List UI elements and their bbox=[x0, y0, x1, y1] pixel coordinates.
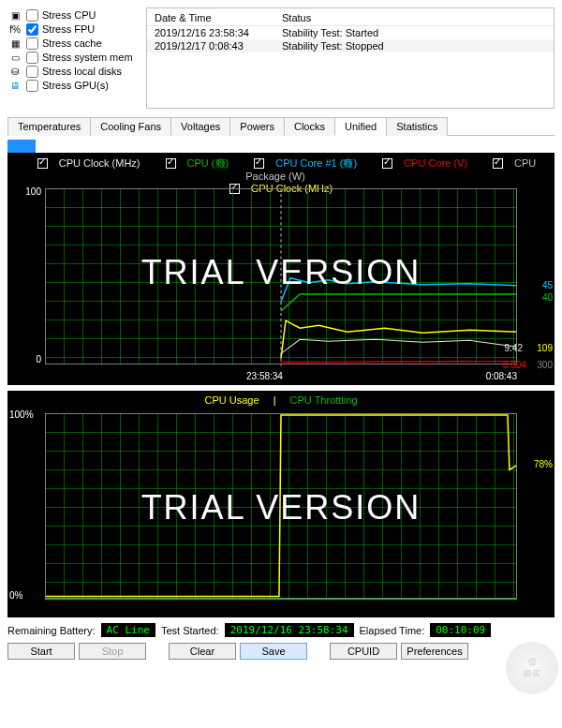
stress-options-panel: ▣Stress CPU f%Stress FPU ▦Stress cache ▭… bbox=[7, 7, 139, 109]
stress-cpu-checkbox[interactable] bbox=[26, 9, 38, 22]
tab-powers[interactable]: Powers bbox=[229, 117, 285, 136]
preferences-button[interactable]: Preferences bbox=[401, 643, 468, 660]
selection-strip bbox=[7, 140, 36, 153]
mem-icon: ▭ bbox=[7, 51, 22, 64]
tab-temperatures[interactable]: Temperatures bbox=[7, 117, 91, 136]
stress-cache-label: Stress cache bbox=[42, 37, 102, 49]
tab-voltages[interactable]: Voltages bbox=[170, 117, 230, 136]
start-button[interactable]: Start bbox=[7, 643, 75, 660]
clear-button[interactable]: Clear bbox=[169, 643, 236, 660]
stress-gpu-label: Stress GPU(s) bbox=[42, 80, 109, 91]
started-label: Test Started: bbox=[161, 625, 219, 636]
sensor-tabs: Temperatures Cooling Fans Voltages Power… bbox=[7, 116, 555, 136]
disk-icon: ⛁ bbox=[7, 65, 22, 78]
stress-gpu-checkbox[interactable] bbox=[26, 80, 38, 92]
gpu-icon: 🖥 bbox=[7, 79, 22, 92]
tab-cooling-fans[interactable]: Cooling Fans bbox=[90, 117, 171, 136]
stress-mem-checkbox[interactable] bbox=[26, 52, 38, 64]
site-watermark-icon: 值得买 bbox=[506, 642, 558, 694]
stress-mem-label: Stress system mem bbox=[42, 52, 133, 63]
tab-clocks[interactable]: Clocks bbox=[284, 117, 335, 136]
log-row[interactable]: 2019/12/17 0:08:43 Stability Test: Stopp… bbox=[147, 39, 554, 52]
started-value: 2019/12/16 23:58:34 bbox=[225, 623, 354, 637]
status-bar: Remaining Battery: AC Line Test Started:… bbox=[7, 623, 555, 637]
stress-disks-label: Stress local disks bbox=[42, 66, 122, 77]
stop-button: Stop bbox=[79, 643, 146, 660]
save-button[interactable]: Save bbox=[240, 643, 307, 660]
stress-fpu-label: Stress FPU bbox=[42, 23, 95, 35]
stress-cpu-label: Stress CPU bbox=[42, 9, 96, 21]
fpu-icon: f% bbox=[7, 22, 22, 36]
chart2-legend: CPU Usage | CPU Throttling bbox=[7, 391, 555, 408]
battery-value: AC Line bbox=[101, 623, 155, 637]
button-bar: Start Stop Clear Save CPUID Preferences bbox=[7, 643, 555, 660]
event-log: Date & Time Status 2019/12/16 23:58:34 S… bbox=[146, 7, 555, 109]
usage-throttling-chart[interactable]: CPU Usage | CPU Throttling TRIAL VERSION… bbox=[7, 391, 555, 617]
tab-statistics[interactable]: Statistics bbox=[386, 117, 448, 136]
stress-fpu-checkbox[interactable] bbox=[26, 23, 38, 36]
stress-cache-checkbox[interactable] bbox=[26, 37, 38, 50]
watermark: TRIAL VERSION bbox=[7, 253, 555, 292]
unified-chart[interactable]: CPU Clock (MHz) CPU (癥) CPU Core #1 (癥) … bbox=[7, 153, 555, 385]
watermark: TRIAL VERSION bbox=[7, 488, 555, 527]
cpu-icon: ▣ bbox=[7, 8, 22, 22]
log-header-status: Status bbox=[282, 12, 546, 23]
cpuid-button[interactable]: CPUID bbox=[330, 643, 397, 660]
log-row[interactable]: 2019/12/16 23:58:34 Stability Test: Star… bbox=[147, 26, 554, 39]
elapsed-value: 00:10:09 bbox=[430, 623, 491, 637]
log-header-datetime: Date & Time bbox=[155, 12, 282, 23]
battery-label: Remaining Battery: bbox=[7, 625, 96, 636]
tab-unified[interactable]: Unified bbox=[334, 117, 387, 136]
elapsed-label: Elapsed Time: bbox=[360, 625, 425, 636]
stress-disks-checkbox[interactable] bbox=[26, 66, 38, 78]
cache-icon: ▦ bbox=[7, 37, 22, 50]
